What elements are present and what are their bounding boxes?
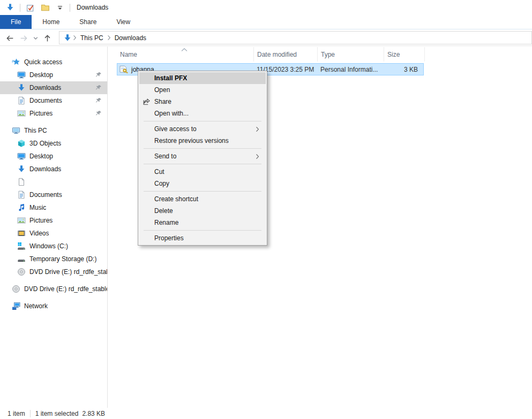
cube-icon	[17, 139, 26, 148]
menu-item-label: Properties	[154, 234, 184, 242]
menu-separator	[144, 148, 261, 149]
menu-separator	[144, 164, 261, 164]
sidebar-item-documents[interactable]: Documents	[0, 94, 107, 107]
sidebar-item-windows-c[interactable]: Windows (C:)	[0, 240, 107, 253]
sidebar-item-label: Desktop	[29, 153, 53, 160]
status-selection: 1 item selected	[35, 410, 79, 417]
menu-item-label: Send to	[154, 153, 176, 160]
context-menu-item-give-access-to[interactable]: Give access to	[138, 123, 267, 135]
sidebar-item-desktop[interactable]: Desktop	[0, 150, 107, 163]
status-bar: 1 item 1 item selected 2.83 KB	[0, 408, 532, 419]
address-folder-icon	[63, 34, 72, 42]
sidebar-item-label: Pictures	[29, 110, 53, 117]
context-menu-item-cut[interactable]: Cut	[138, 166, 267, 178]
sidebar-item-this-pc[interactable]: This PC	[0, 124, 107, 137]
document-icon	[17, 191, 26, 199]
sidebar-item-pictures[interactable]: Pictures	[0, 214, 107, 227]
breadcrumb-segment-this-pc[interactable]: This PC	[77, 32, 107, 44]
menu-item-label: Open	[154, 86, 170, 94]
column-header-date-modified[interactable]: Date modified	[254, 47, 318, 62]
sidebar-item-label: Windows (C:)	[29, 242, 68, 250]
context-menu-item-open[interactable]: Open	[138, 84, 267, 96]
menu-separator	[144, 121, 261, 121]
breadcrumb-chevron-icon	[73, 35, 77, 41]
menu-item-label: Copy	[154, 180, 169, 187]
context-menu-item-share[interactable]: Share	[138, 96, 267, 108]
context-menu-item-create-shortcut[interactable]: Create shortcut	[138, 193, 267, 205]
arrow-up-icon	[43, 34, 52, 43]
breadcrumb-chevron-icon	[107, 35, 111, 41]
context-menu-item-install-pfx[interactable]: Install PFX	[139, 72, 266, 84]
ribbon-tab-view[interactable]: View	[107, 15, 139, 29]
status-item-count: 1 item	[8, 410, 25, 417]
context-menu-item-copy[interactable]: Copy	[138, 178, 267, 189]
explorer-window: Downloads FileHomeShareView This PCDownl…	[0, 0, 532, 419]
column-header-type[interactable]: Type	[318, 47, 384, 62]
desktop-icon	[17, 152, 26, 161]
share-icon	[143, 97, 151, 106]
menu-item-label: Delete	[154, 207, 173, 215]
sidebar-item-label: Quick access	[24, 58, 62, 66]
downloads-icon	[17, 165, 26, 173]
forward-button[interactable]	[17, 32, 30, 44]
qat-new-folder-button[interactable]	[39, 2, 51, 13]
sidebar-item-dvd-drive-e-rd-rdfe-stable-t[interactable]: DVD Drive (E:) rd_rdfe_stable.T	[0, 283, 107, 295]
context-menu-item-open-with[interactable]: Open with...	[138, 108, 267, 119]
column-header-label: Type	[321, 51, 335, 58]
recent-locations-button[interactable]	[29, 32, 42, 44]
sidebar-item-label: DVD Drive (E:) rd_rdfe_stable	[29, 268, 107, 276]
sidebar-item-label: Network	[24, 302, 48, 310]
ribbon-tab-share[interactable]: Share	[70, 15, 106, 29]
sidebar-item-quick-access[interactable]: Quick access	[0, 56, 107, 68]
context-menu-item-delete[interactable]: Delete	[138, 205, 267, 217]
sidebar-item-blank[interactable]	[0, 176, 107, 188]
submenu-arrow-icon	[256, 126, 263, 132]
folder-icon	[41, 3, 50, 12]
sidebar-item-label: Temporary Storage (D:)	[29, 255, 96, 263]
sidebar-item-label: Pictures	[29, 217, 53, 224]
context-menu-item-restore-previous-versions[interactable]: Restore previous versions	[138, 135, 267, 147]
sidebar-item-label: Downloads	[29, 165, 61, 173]
back-button[interactable]	[3, 32, 16, 44]
qat-chevron-icon	[57, 4, 63, 11]
column-header-label: Date modified	[257, 51, 297, 58]
qat-customize-button[interactable]	[54, 2, 66, 13]
sidebar-item-network[interactable]: Network	[0, 300, 107, 313]
sidebar-item-desktop[interactable]: Desktop	[0, 68, 107, 81]
menu-item-label: Cut	[154, 168, 164, 176]
file-type: Personal Informati...	[317, 66, 384, 73]
context-menu-item-properties[interactable]: Properties	[138, 232, 267, 244]
menu-separator	[144, 191, 261, 192]
os-drive-icon	[17, 242, 26, 250]
breadcrumb-segment-downloads[interactable]: Downloads	[111, 32, 150, 44]
qat-properties-button[interactable]	[24, 2, 36, 13]
up-button[interactable]	[41, 32, 54, 44]
sidebar-item-label: Documents	[29, 191, 62, 199]
status-selection-size: 2.83 KB	[82, 410, 105, 417]
context-menu-item-send-to[interactable]: Send to	[138, 150, 267, 162]
column-header-size[interactable]: Size	[384, 47, 425, 62]
downloads-icon	[17, 83, 26, 92]
sidebar-item-pictures[interactable]: Pictures	[0, 107, 107, 120]
sidebar-item-dvd-drive-e-rd-rdfe-stable[interactable]: DVD Drive (E:) rd_rdfe_stable	[0, 265, 107, 278]
document-icon	[17, 96, 26, 105]
sidebar-item-music[interactable]: Music	[0, 201, 107, 214]
column-header-name[interactable]: Name	[117, 47, 254, 62]
sidebar-item-label: Desktop	[29, 71, 53, 79]
downloads-icon	[6, 3, 14, 12]
sidebar-item-downloads[interactable]: Downloads	[0, 163, 107, 176]
sidebar-item-videos[interactable]: Videos	[0, 227, 107, 240]
context-menu-item-rename[interactable]: Rename	[138, 217, 267, 228]
address-bar[interactable]: This PCDownloads	[59, 31, 532, 44]
sidebar-item-documents[interactable]: Documents	[0, 188, 107, 201]
explorer-downloads-icon	[4, 2, 16, 13]
ribbon-tab-file[interactable]: File	[0, 15, 32, 29]
computer-icon	[12, 126, 20, 135]
sidebar-item-temporary-storage-d[interactable]: Temporary Storage (D:)	[0, 253, 107, 265]
qat-separator	[70, 4, 70, 12]
sidebar-item-3d-objects[interactable]: 3D Objects	[0, 137, 107, 150]
sidebar-item-label: 3D Objects	[29, 140, 61, 147]
sidebar-item-downloads[interactable]: Downloads	[0, 81, 107, 94]
music-icon	[17, 203, 26, 212]
ribbon-tab-home[interactable]: Home	[33, 15, 69, 29]
